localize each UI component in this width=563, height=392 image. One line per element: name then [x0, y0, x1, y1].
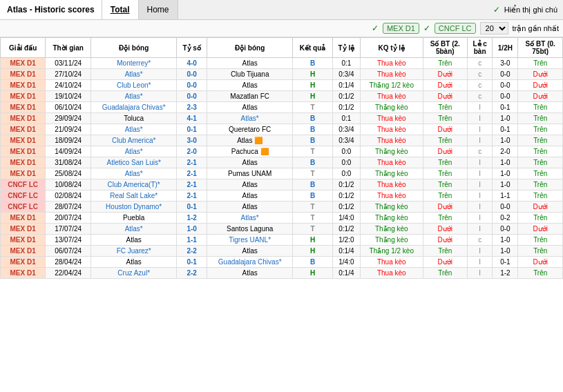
team2-cell[interactable]: Atlas [207, 58, 293, 69]
team1-cell[interactable]: Atlas [91, 235, 177, 246]
score-cell[interactable]: 1-0 [177, 224, 207, 235]
team1-link[interactable]: Real Salt Lake* [110, 192, 158, 199]
team1-cell[interactable]: Toluca [91, 113, 177, 124]
num-matches-select[interactable]: 20 10 30 [480, 22, 508, 35]
score-cell[interactable]: 3-0 [177, 135, 207, 146]
team2-cell[interactable]: Atlas [207, 157, 293, 168]
league-cell[interactable]: CNCF LC [1, 179, 46, 190]
score-cell[interactable]: 2-2 [177, 268, 207, 279]
team1-cell[interactable]: Guadalajara Chivas* [91, 102, 177, 113]
team1-cell[interactable]: Cruz Azul* [91, 268, 177, 279]
team2-link[interactable]: Tigres UANL* [229, 236, 271, 244]
league-cell[interactable]: MEX D1 [1, 91, 46, 102]
team1-link[interactable]: Club Leon* [117, 81, 151, 89]
league-cell[interactable]: CNCF LC [1, 190, 46, 202]
league-cell[interactable]: MEX D1 [1, 80, 46, 91]
tab-home[interactable]: Home [139, 0, 178, 19]
team2-link[interactable]: Atlas* [241, 214, 259, 222]
team1-link[interactable]: Atletico San Luis* [106, 159, 160, 166]
team1-cell[interactable]: FC Juarez* [91, 246, 177, 257]
team1-link[interactable]: Club America(T)* [108, 181, 160, 188]
team1-link[interactable]: Cruz Azul* [117, 269, 150, 277]
score-cell[interactable]: 4-1 [177, 113, 207, 124]
score-cell[interactable]: 2-1 [177, 179, 207, 190]
league-cell[interactable]: MEX D1 [1, 146, 46, 157]
league-cell[interactable]: MEX D1 [1, 268, 46, 279]
score-cell[interactable]: 2-1 [177, 190, 207, 202]
team2-cell[interactable]: Atlas 🟧 [207, 135, 293, 146]
team1-link[interactable]: Atlas* [125, 225, 143, 233]
team1-cell[interactable]: Atlas* [91, 168, 177, 179]
league-cell[interactable]: MEX D1 [1, 113, 46, 124]
score-cell[interactable]: 0-0 [177, 91, 207, 102]
team1-cell[interactable]: Atlas* [91, 69, 177, 80]
score-cell[interactable]: 2-1 [177, 168, 207, 179]
team2-cell[interactable]: Club Tijuana [207, 69, 293, 80]
team2-link[interactable]: Guadalajara Chivas* [218, 258, 282, 266]
team2-cell[interactable]: Queretaro FC [207, 124, 293, 135]
league-cell[interactable]: MEX D1 [1, 69, 46, 80]
score-cell[interactable]: 2-1 [177, 157, 207, 168]
team2-cell[interactable]: Mazatlan FC [207, 91, 293, 102]
team1-cell[interactable]: Club America* [91, 135, 177, 146]
team1-cell[interactable]: Atlas* [91, 146, 177, 157]
team1-cell[interactable]: Atletico San Luis* [91, 157, 177, 168]
team2-link[interactable]: Atlas* [241, 115, 259, 122]
team1-cell[interactable]: Puebla [91, 213, 177, 224]
team1-link[interactable]: Atlas* [125, 126, 143, 133]
score-cell[interactable]: 0-0 [177, 69, 207, 80]
league-cell[interactable]: MEX D1 [1, 157, 46, 168]
team2-cell[interactable]: Atlas [207, 190, 293, 202]
team2-cell[interactable]: Atlas [207, 246, 293, 257]
team1-cell[interactable]: Houston Dynamo* [91, 202, 177, 213]
team1-link[interactable]: Atlas* [125, 70, 143, 78]
team1-link[interactable]: Atlas* [125, 148, 143, 155]
league-cell[interactable]: MEX D1 [1, 235, 46, 246]
team1-link[interactable]: Guadalajara Chivas* [102, 104, 166, 111]
score-cell[interactable]: 2-0 [177, 146, 207, 157]
league-cell[interactable]: MEX D1 [1, 224, 46, 235]
team2-cell[interactable]: Atlas [207, 80, 293, 91]
score-cell[interactable]: 0-0 [177, 80, 207, 91]
league-cell[interactable]: MEX D1 [1, 102, 46, 113]
score-cell[interactable]: 0-1 [177, 257, 207, 268]
league-cell[interactable]: MEX D1 [1, 124, 46, 135]
score-cell[interactable]: 2-2 [177, 246, 207, 257]
team1-cell[interactable]: Club America(T)* [91, 179, 177, 190]
mex-badge[interactable]: MEX D1 [383, 23, 419, 34]
team1-link[interactable]: Monterrey* [117, 59, 151, 67]
league-cell[interactable]: MEX D1 [1, 257, 46, 268]
score-cell[interactable]: 0-1 [177, 202, 207, 213]
team1-link[interactable]: Atlas* [125, 92, 143, 100]
team2-cell[interactable]: Atlas [207, 202, 293, 213]
team1-link[interactable]: Club America* [112, 137, 155, 144]
team1-link[interactable]: Atlas* [125, 170, 143, 177]
team1-cell[interactable]: Atlas* [91, 124, 177, 135]
team2-cell[interactable]: Atlas* [207, 113, 293, 124]
league-cell[interactable]: MEX D1 [1, 246, 46, 257]
team2-cell[interactable]: Pachuca 🟧 [207, 146, 293, 157]
team2-cell[interactable]: Atlas [207, 102, 293, 113]
score-cell[interactable]: 0-1 [177, 124, 207, 135]
league-cell[interactable]: MEX D1 [1, 168, 46, 179]
team2-cell[interactable]: Guadalajara Chivas* [207, 257, 293, 268]
tab-total[interactable]: Total [102, 0, 139, 19]
team1-cell[interactable]: Club Leon* [91, 80, 177, 91]
team2-cell[interactable]: Tigres UANL* [207, 235, 293, 246]
team2-cell[interactable]: Atlas* [207, 213, 293, 224]
league-cell[interactable]: MEX D1 [1, 213, 46, 224]
team1-cell[interactable]: Atlas* [91, 224, 177, 235]
team2-cell[interactable]: Pumas UNAM [207, 168, 293, 179]
score-cell[interactable]: 2-3 [177, 102, 207, 113]
score-cell[interactable]: 4-0 [177, 58, 207, 69]
team1-cell[interactable]: Real Salt Lake* [91, 190, 177, 202]
team1-link[interactable]: FC Juarez* [117, 247, 151, 255]
league-cell[interactable]: MEX D1 [1, 135, 46, 146]
team1-link[interactable]: Houston Dynamo* [106, 203, 162, 210]
score-cell[interactable]: 1-1 [177, 235, 207, 246]
cncf-badge[interactable]: CNCF LC [435, 23, 476, 34]
team2-cell[interactable]: Atlas [207, 179, 293, 190]
team1-cell[interactable]: Atlas [91, 257, 177, 268]
team2-cell[interactable]: Santos Laguna [207, 224, 293, 235]
team1-cell[interactable]: Monterrey* [91, 58, 177, 69]
